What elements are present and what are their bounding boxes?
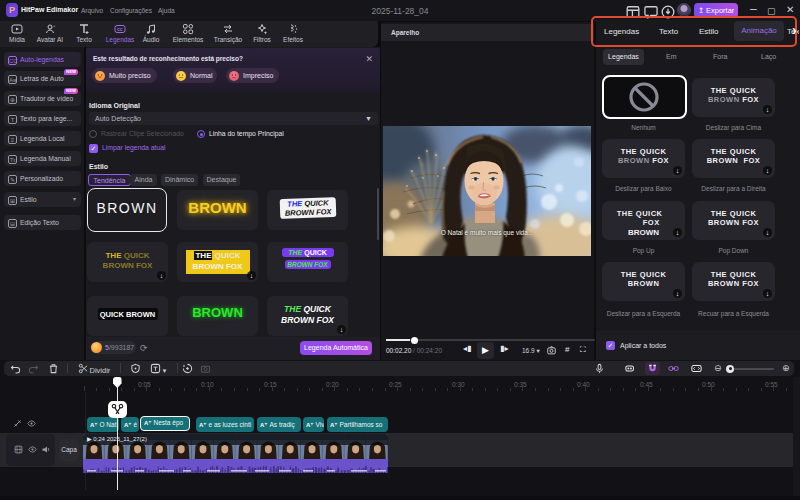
- svg-text:cc: cc: [117, 26, 123, 32]
- svg-text:+: +: [53, 23, 56, 28]
